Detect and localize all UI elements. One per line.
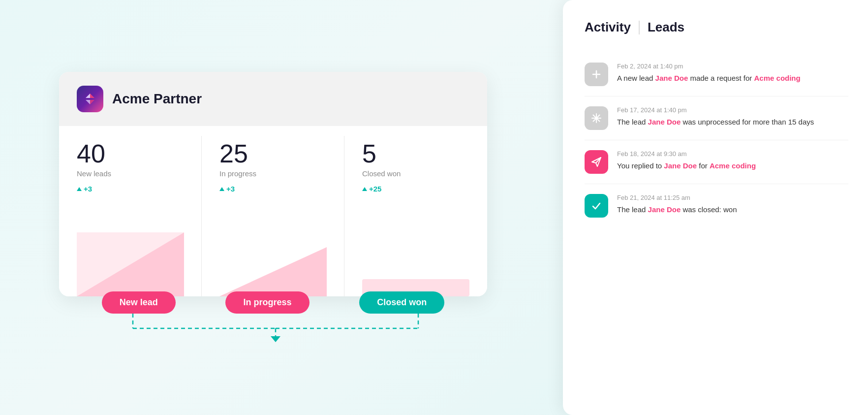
activity-text-4: The lead Jane Doe was closed: won (617, 204, 848, 216)
svg-marker-12 (271, 336, 280, 342)
highlight-jane-doe-3: Jane Doe (664, 161, 697, 170)
stat-new-leads: 40 New leads +3 (59, 126, 202, 296)
pipeline-connectors (59, 314, 487, 343)
arrow-up-icon (77, 187, 82, 191)
svg-marker-6 (219, 247, 327, 296)
card-title: Acme Partner (112, 91, 202, 107)
stat-label-closed-won: Closed won (362, 169, 469, 178)
pipeline-label-new-lead-text: New lead (120, 297, 158, 307)
activity-timestamp-1: Feb 2, 2024 at 1:40 pm (617, 63, 848, 70)
activity-title: Activity (585, 20, 631, 35)
activity-item-3: Feb 18, 2024 at 9:30 am You replied to J… (585, 140, 848, 184)
activity-timestamp-2: Feb 17, 2024 at 1:40 pm (617, 106, 848, 114)
left-section: Acme Partner 40 New leads +3 (59, 72, 487, 343)
activity-timestamp-3: Feb 18, 2024 at 9:30 am (617, 150, 848, 158)
pipeline-label-closed-won-text: Closed won (377, 297, 427, 307)
activity-panel: Activity Leads Feb 2, 2024 at 1:40 pm A … (563, 0, 868, 415)
main-container: Acme Partner 40 New leads +3 (0, 0, 868, 415)
pipeline-labels: New lead In progress Closed won (59, 291, 487, 314)
pipeline-label-closed-won[interactable]: Closed won (359, 291, 444, 314)
chart-in-progress (219, 203, 327, 296)
stat-number-closed-won: 5 (362, 141, 469, 166)
highlight-jane-doe-1: Jane Doe (655, 74, 688, 82)
stat-change-value-new-leads: +3 (84, 185, 92, 193)
stat-change-in-progress: +3 (219, 185, 327, 193)
activity-subtitle: Leads (648, 20, 684, 35)
stat-label-new-leads: New leads (77, 169, 184, 178)
activity-item-4: Feb 21, 2024 at 11:25 am The lead Jane D… (585, 184, 848, 227)
stat-change-value-closed-won: +25 (369, 185, 381, 193)
card-header: Acme Partner (59, 72, 487, 126)
chart-closed-won (362, 203, 469, 296)
stat-label-in-progress: In progress (219, 169, 327, 178)
card-body: 40 New leads +3 25 (59, 126, 487, 296)
activity-icon-star (585, 106, 608, 130)
highlight-acme-coding-2: Acme coding (710, 161, 756, 170)
activity-header: Activity Leads (585, 20, 848, 35)
pipeline-label-in-progress-text: In progress (243, 297, 291, 307)
activity-item-2: Feb 17, 2024 at 1:40 pm The lead Jane Do… (585, 96, 848, 140)
stat-in-progress: 25 In progress +3 (202, 126, 344, 296)
activity-text-3: You replied to Jane Doe for Acme coding (617, 160, 848, 172)
pipeline-label-in-progress[interactable]: In progress (225, 291, 309, 314)
chart-new-leads (77, 203, 184, 296)
activity-icon-send (585, 150, 608, 174)
svg-marker-2 (86, 94, 90, 98)
stat-closed-won: 5 Closed won +25 (344, 126, 487, 296)
activity-item-1: Feb 2, 2024 at 1:40 pm A new lead Jane D… (585, 53, 848, 96)
activity-icon-add (585, 63, 608, 86)
activity-text-1: A new lead Jane Doe made a request for A… (617, 73, 848, 84)
arrow-up-icon-3 (362, 187, 367, 191)
activity-header-divider (639, 21, 640, 34)
activity-content-4: Feb 21, 2024 at 11:25 am The lead Jane D… (617, 194, 848, 218)
highlight-jane-doe-4: Jane Doe (648, 205, 681, 214)
stat-number-in-progress: 25 (219, 141, 327, 166)
activity-text-2: The lead Jane Doe was unprocessed for mo… (617, 117, 848, 128)
svg-marker-1 (90, 100, 94, 104)
partner-card: Acme Partner 40 New leads +3 (59, 72, 487, 296)
stat-change-closed-won: +25 (362, 185, 469, 193)
pipeline-label-new-lead[interactable]: New lead (102, 291, 176, 314)
stat-number-new-leads: 40 (77, 141, 184, 166)
svg-marker-3 (86, 100, 90, 104)
activity-content-3: Feb 18, 2024 at 9:30 am You replied to J… (617, 150, 848, 174)
highlight-acme-coding-1: Acme coding (754, 74, 801, 82)
activity-timestamp-4: Feb 21, 2024 at 11:25 am (617, 194, 848, 201)
stat-change-value-in-progress: +3 (226, 185, 235, 193)
acme-logo (77, 86, 103, 112)
activity-icon-check (585, 194, 608, 218)
arrow-up-icon-2 (219, 187, 224, 191)
stat-change-new-leads: +3 (77, 185, 184, 193)
activity-content-2: Feb 17, 2024 at 1:40 pm The lead Jane Do… (617, 106, 848, 130)
svg-marker-0 (90, 94, 94, 98)
activity-content-1: Feb 2, 2024 at 1:40 pm A new lead Jane D… (617, 63, 848, 86)
highlight-jane-doe-2: Jane Doe (648, 118, 681, 126)
